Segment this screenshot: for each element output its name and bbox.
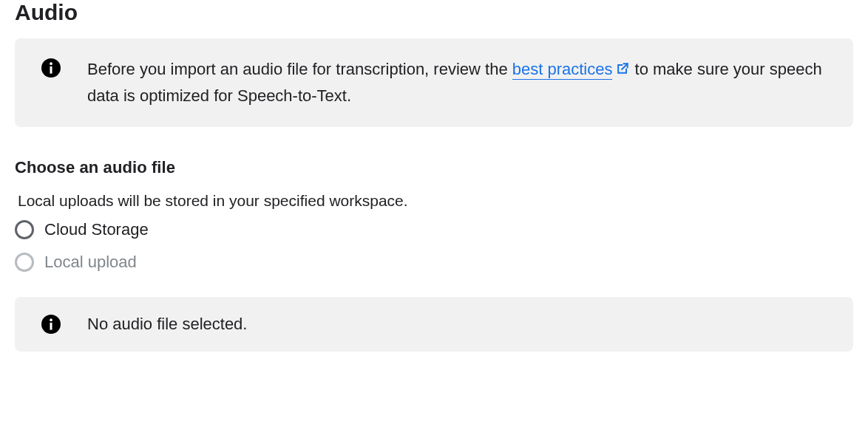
svg-rect-1 [50,66,52,74]
radio-label: Local upload [44,253,137,272]
external-link-icon [615,61,630,76]
radio-icon [15,220,34,239]
file-status-text: No audio file selected. [87,315,247,334]
choose-audio-hint: Local uploads will be stored in your spe… [18,192,853,210]
svg-point-2 [50,62,52,65]
radio-cloud-storage[interactable]: Cloud Storage [15,220,853,239]
radio-label: Cloud Storage [44,220,149,239]
choose-audio-heading: Choose an audio file [15,158,853,177]
radio-local-upload: Local upload [15,253,853,272]
radio-icon [15,253,34,272]
svg-point-5 [50,318,52,321]
info-text-before: Before you import an audio file for tran… [87,60,512,78]
info-banner: Before you import an audio file for tran… [15,38,853,127]
info-banner-text: Before you import an audio file for tran… [87,56,827,109]
svg-rect-4 [50,323,52,330]
file-status-banner: No audio file selected. [15,297,853,352]
audio-source-radio-group: Cloud Storage Local upload [15,220,853,272]
info-icon [41,315,61,334]
info-icon [41,58,61,78]
page-title: Audio [15,0,853,25]
best-practices-link[interactable]: best practices [512,60,613,80]
